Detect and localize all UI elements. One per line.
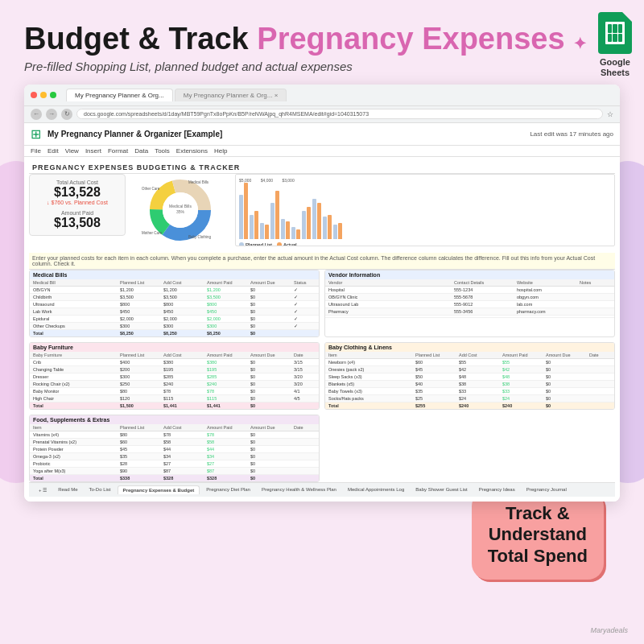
legend-actual: Actual [277,242,297,246]
bar-group-8 [312,199,321,239]
clothing-col-headers: Item Planned List Add Cost Amount Paid A… [325,352,614,359]
tab-ideas[interactable]: Pregnancy Ideas [474,485,520,493]
menu-help[interactable]: Help [214,147,227,155]
col-clothing-planned: Planned List [415,353,459,357]
menu-bar: File Edit View Insert Format Data Tools … [24,146,620,157]
tab-planner-1[interactable]: My Pregnancy Planner & Org... [66,89,173,101]
donut-label-mother: Mother Care [142,231,163,235]
medical-bills-table: Medical Bills Medical Bill Planned List … [29,270,320,337]
bar-planned-8 [312,199,316,239]
sparkle-icon: ✦ [573,35,587,52]
menu-extensions[interactable]: Extensions [176,147,208,155]
col-baby-due: Amount Due [250,353,294,357]
tab-diet-plan[interactable]: Pregnancy Diet Plan [201,485,255,493]
legend-planned: Planned List [239,242,272,246]
add-sheet-button[interactable]: + ☰ [34,485,52,494]
col-food-paid: Amount Paid [207,425,250,430]
sheet-tabs: + ☰ Read Me To-Do List Pregnancy Expense… [29,482,615,497]
col-medical-addcost: Add Cost [163,280,207,285]
bar-group-10 [333,223,342,239]
col-medical-planned: Planned List [120,280,163,285]
col-clothing-due: Amount Due [546,353,589,357]
medical-bills-header: Medical Bills [30,270,319,279]
menu-view[interactable]: View [65,147,79,155]
bar-planned-6 [291,227,295,239]
col-clothing-addcost: Add Cost [459,353,502,357]
menu-file[interactable]: File [31,147,41,155]
table-row: Childbirth$3,500$3,500$3,500$0✓ [30,294,319,301]
tab-journal[interactable]: Pregnancy Journal [522,485,572,493]
bar-actual-7 [307,207,311,239]
baby-clothing-table: Baby Clothing & Linens Item Planned List… [324,342,615,410]
menu-tools[interactable]: Tools [155,147,170,155]
table-row: Vitamins (x4)$80$78$78$0 [30,431,319,439]
legend-planned-label: Planned List [246,242,272,246]
bar-group-5 [281,219,290,239]
close-window-button[interactable] [31,92,37,98]
table-row: Pharmacy555-3456pharmacy.com [325,308,614,316]
browser-mockup: My Pregnancy Planner & Org... My Pregnan… [24,85,620,502]
stats-row: Total Actual Cost $13,528 ↓ $760 vs. Pla… [29,174,615,246]
bar-group-1 [239,183,248,239]
bar-chart-bars [239,184,611,241]
title-pink-part: Pregnancy Expenses [257,22,564,56]
table-row: Baby Towels (x3)$35$33$33$0 [325,388,614,395]
browser-tab-bar: My Pregnancy Planner & Org... My Pregnan… [24,85,620,106]
callout-line3: Total Spend [488,546,588,567]
tab-read-me[interactable]: Read Me [53,485,82,493]
spreadsheet-title: My Pregnancy Planner & Organizer [Exampl… [47,130,523,138]
table-row: Prenatal Vitamins (x2)$60$58$58$0 [30,439,319,446]
table-row: Crib$400$380$380$03/15 [30,359,319,366]
tab-baby-shower[interactable]: Baby Shower Guest List [411,485,472,493]
food-supplements-table: Food, Supplements & Extras Item Planned … [29,415,320,482]
bookmark-icon[interactable]: ☆ [607,110,613,118]
table-row: Baby Monitor$80$78$78$04/1 [30,388,319,395]
table-row: Onesies (pack x2)$45$42$42$0 [325,366,614,374]
menu-data[interactable]: Data [134,147,148,155]
menu-format[interactable]: Format [108,147,128,155]
table-row: Changing Table$200$195$195$03/15 [30,366,319,374]
menu-edit[interactable]: Edit [47,147,59,155]
watermark: Maryadeals [590,626,628,634]
donut-label-other: Other Care [142,187,160,191]
minimize-window-button[interactable] [40,92,47,98]
food-supplements-header: Food, Supplements & Extras [30,415,319,424]
tab-todo[interactable]: To-Do List [85,485,116,493]
bar-group-7 [302,207,311,239]
callout-line2: Understand [488,524,588,545]
legend-actual-dot [277,242,282,246]
col-baby-addcost: Add Cost [163,353,207,357]
refresh-button[interactable]: ↻ [61,109,72,120]
table-row: OB/GYN Clinic555-5678obgyn.com [325,294,614,301]
tab-expenses-budget[interactable]: Pregnancy Expenses & Budget [118,485,200,494]
total-actual-value: $13,528 [38,185,117,200]
table-sections: Medical Bills Medical Bill Planned List … [29,270,615,482]
table-row: Other Checkups$300$300$300$0✓ [30,323,319,330]
col-food-planned: Planned List [120,425,163,430]
bar-planned-7 [302,211,306,239]
vendor-col-headers: Vendor Contact Details Website Notes [325,279,614,287]
table-row: OB/GYN$1,200$1,200$1,200$0✓ [30,287,319,294]
main-container: Budget & Track Pregnancy Expenses ✦ Pre-… [0,0,644,510]
table-row: Yoga after M(x3)$90$87$87$0 [30,468,319,475]
col-baby-date: Date [294,353,316,357]
address-bar[interactable]: docs.google.com/spreadsheets/d/1day/MBT5… [76,109,603,119]
menu-insert[interactable]: Insert [85,147,101,155]
medical-total-row: Total$8,250$8,250$8,250$0 [30,330,319,336]
tab-wellness[interactable]: Pregnancy Health & Wellness Plan [257,485,341,493]
tab-planner-2[interactable]: My Pregnancy Planner & Org... × [175,89,287,101]
maximize-window-button[interactable] [50,92,56,98]
col-food-due: Amount Due [250,425,294,430]
tab-medical-log[interactable]: Medical Appointments Log [343,485,409,493]
forward-button[interactable]: → [46,109,57,120]
amount-paid-label: Amount Paid [38,210,117,216]
info-text: Enter your planned costs for each item i… [29,253,615,270]
bar-actual-5 [286,221,290,239]
subtitle: Pre-filled Shopping List, planned budget… [24,60,620,73]
legend-actual-label: Actual [283,242,297,246]
back-button[interactable]: ← [31,109,42,120]
col-vendor-contact: Contact Details [454,280,517,285]
bar-actual-1 [244,183,248,239]
baby-col-headers: Baby Furniture Planned List Add Cost Amo… [30,352,319,359]
baby-clothing-header: Baby Clothing & Linens [325,343,614,352]
